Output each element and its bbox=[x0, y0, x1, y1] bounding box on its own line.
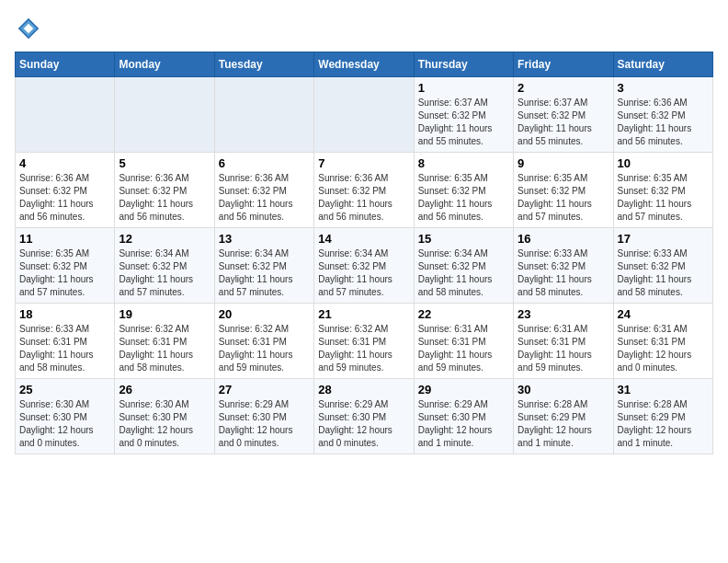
day-number: 11 bbox=[19, 232, 110, 246]
day-number: 18 bbox=[19, 307, 110, 321]
calendar-cell: 9Sunrise: 6:35 AM Sunset: 6:32 PM Daylig… bbox=[514, 153, 613, 228]
calendar-cell: 18Sunrise: 6:33 AM Sunset: 6:31 PM Dayli… bbox=[16, 304, 115, 379]
calendar-cell: 28Sunrise: 6:29 AM Sunset: 6:30 PM Dayli… bbox=[314, 379, 414, 454]
calendar-cell: 30Sunrise: 6:28 AM Sunset: 6:29 PM Dayli… bbox=[514, 379, 613, 454]
day-number: 28 bbox=[318, 383, 409, 396]
day-info: Sunrise: 6:29 AM Sunset: 6:30 PM Dayligh… bbox=[318, 398, 409, 450]
day-number: 23 bbox=[518, 307, 609, 321]
day-info: Sunrise: 6:36 AM Sunset: 6:32 PM Dayligh… bbox=[219, 172, 310, 224]
header-day-thursday: Thursday bbox=[414, 52, 513, 77]
calendar-cell: 11Sunrise: 6:35 AM Sunset: 6:32 PM Dayli… bbox=[16, 228, 115, 304]
calendar-table: SundayMondayTuesdayWednesdayThursdayFrid… bbox=[15, 52, 713, 454]
day-info: Sunrise: 6:33 AM Sunset: 6:32 PM Dayligh… bbox=[618, 247, 709, 299]
day-number: 29 bbox=[418, 383, 509, 396]
header-day-monday: Monday bbox=[115, 52, 214, 77]
day-info: Sunrise: 6:34 AM Sunset: 6:32 PM Dayligh… bbox=[318, 247, 409, 299]
header-day-wednesday: Wednesday bbox=[314, 52, 414, 77]
calendar-cell: 16Sunrise: 6:33 AM Sunset: 6:32 PM Dayli… bbox=[514, 228, 613, 304]
day-info: Sunrise: 6:35 AM Sunset: 6:32 PM Dayligh… bbox=[618, 172, 709, 224]
calendar-cell bbox=[16, 77, 115, 153]
day-number: 24 bbox=[618, 307, 709, 321]
day-info: Sunrise: 6:31 AM Sunset: 6:31 PM Dayligh… bbox=[618, 323, 709, 374]
calendar-cell: 29Sunrise: 6:29 AM Sunset: 6:30 PM Dayli… bbox=[414, 379, 513, 454]
calendar-cell: 4Sunrise: 6:36 AM Sunset: 6:32 PM Daylig… bbox=[16, 153, 115, 228]
calendar-cell bbox=[115, 77, 214, 153]
calendar-week-row: 4Sunrise: 6:36 AM Sunset: 6:32 PM Daylig… bbox=[16, 153, 713, 228]
day-number: 13 bbox=[219, 232, 310, 246]
calendar-cell: 13Sunrise: 6:34 AM Sunset: 6:32 PM Dayli… bbox=[214, 228, 313, 304]
day-number: 14 bbox=[318, 232, 409, 246]
day-info: Sunrise: 6:32 AM Sunset: 6:31 PM Dayligh… bbox=[119, 323, 210, 374]
calendar-cell: 27Sunrise: 6:29 AM Sunset: 6:30 PM Dayli… bbox=[214, 379, 313, 454]
calendar-cell: 1Sunrise: 6:37 AM Sunset: 6:32 PM Daylig… bbox=[414, 77, 513, 153]
calendar-week-row: 1Sunrise: 6:37 AM Sunset: 6:32 PM Daylig… bbox=[16, 77, 713, 153]
header-day-saturday: Saturday bbox=[613, 52, 712, 77]
day-number: 5 bbox=[119, 156, 210, 170]
calendar-cell: 25Sunrise: 6:30 AM Sunset: 6:30 PM Dayli… bbox=[16, 379, 115, 454]
day-info: Sunrise: 6:36 AM Sunset: 6:32 PM Dayligh… bbox=[19, 172, 110, 224]
day-number: 21 bbox=[318, 307, 409, 321]
day-info: Sunrise: 6:34 AM Sunset: 6:32 PM Dayligh… bbox=[219, 247, 310, 299]
day-number: 25 bbox=[19, 383, 110, 396]
day-number: 10 bbox=[618, 156, 709, 170]
day-info: Sunrise: 6:36 AM Sunset: 6:32 PM Dayligh… bbox=[119, 172, 210, 224]
calendar-cell: 31Sunrise: 6:28 AM Sunset: 6:29 PM Dayli… bbox=[613, 379, 712, 454]
calendar-cell: 7Sunrise: 6:36 AM Sunset: 6:32 PM Daylig… bbox=[314, 153, 414, 228]
day-info: Sunrise: 6:29 AM Sunset: 6:30 PM Dayligh… bbox=[219, 398, 310, 450]
day-info: Sunrise: 6:30 AM Sunset: 6:30 PM Dayligh… bbox=[19, 398, 110, 450]
header-day-tuesday: Tuesday bbox=[214, 52, 313, 77]
day-info: Sunrise: 6:28 AM Sunset: 6:29 PM Dayligh… bbox=[518, 398, 609, 450]
day-number: 4 bbox=[19, 156, 110, 170]
day-number: 9 bbox=[518, 156, 609, 170]
day-info: Sunrise: 6:33 AM Sunset: 6:31 PM Dayligh… bbox=[19, 323, 110, 374]
day-info: Sunrise: 6:32 AM Sunset: 6:31 PM Dayligh… bbox=[219, 323, 310, 374]
day-number: 1 bbox=[418, 81, 509, 95]
day-info: Sunrise: 6:28 AM Sunset: 6:29 PM Dayligh… bbox=[618, 398, 709, 450]
calendar-cell: 8Sunrise: 6:35 AM Sunset: 6:32 PM Daylig… bbox=[414, 153, 513, 228]
calendar-cell: 10Sunrise: 6:35 AM Sunset: 6:32 PM Dayli… bbox=[613, 153, 712, 228]
day-info: Sunrise: 6:31 AM Sunset: 6:31 PM Dayligh… bbox=[418, 323, 509, 374]
day-number: 27 bbox=[219, 383, 310, 396]
day-info: Sunrise: 6:37 AM Sunset: 6:32 PM Dayligh… bbox=[518, 97, 609, 148]
header-day-sunday: Sunday bbox=[16, 52, 115, 77]
day-number: 16 bbox=[518, 232, 609, 246]
calendar-cell: 19Sunrise: 6:32 AM Sunset: 6:31 PM Dayli… bbox=[115, 304, 214, 379]
day-number: 31 bbox=[618, 383, 709, 396]
calendar-cell: 23Sunrise: 6:31 AM Sunset: 6:31 PM Dayli… bbox=[514, 304, 613, 379]
calendar-cell: 20Sunrise: 6:32 AM Sunset: 6:31 PM Dayli… bbox=[214, 304, 313, 379]
day-info: Sunrise: 6:35 AM Sunset: 6:32 PM Dayligh… bbox=[418, 172, 509, 224]
calendar-cell: 22Sunrise: 6:31 AM Sunset: 6:31 PM Dayli… bbox=[414, 304, 513, 379]
calendar-cell: 14Sunrise: 6:34 AM Sunset: 6:32 PM Dayli… bbox=[314, 228, 414, 304]
calendar-cell: 17Sunrise: 6:33 AM Sunset: 6:32 PM Dayli… bbox=[613, 228, 712, 304]
day-info: Sunrise: 6:29 AM Sunset: 6:30 PM Dayligh… bbox=[418, 398, 509, 450]
calendar-week-row: 18Sunrise: 6:33 AM Sunset: 6:31 PM Dayli… bbox=[16, 304, 713, 379]
header bbox=[15, 15, 713, 42]
calendar-cell: 24Sunrise: 6:31 AM Sunset: 6:31 PM Dayli… bbox=[613, 304, 712, 379]
day-info: Sunrise: 6:32 AM Sunset: 6:31 PM Dayligh… bbox=[318, 323, 409, 374]
day-info: Sunrise: 6:36 AM Sunset: 6:32 PM Dayligh… bbox=[618, 97, 709, 148]
calendar-cell: 5Sunrise: 6:36 AM Sunset: 6:32 PM Daylig… bbox=[115, 153, 214, 228]
calendar-cell: 6Sunrise: 6:36 AM Sunset: 6:32 PM Daylig… bbox=[214, 153, 313, 228]
day-number: 8 bbox=[418, 156, 509, 170]
calendar-cell: 21Sunrise: 6:32 AM Sunset: 6:31 PM Dayli… bbox=[314, 304, 414, 379]
day-number: 19 bbox=[119, 307, 210, 321]
day-number: 12 bbox=[119, 232, 210, 246]
day-info: Sunrise: 6:35 AM Sunset: 6:32 PM Dayligh… bbox=[19, 247, 110, 299]
day-info: Sunrise: 6:34 AM Sunset: 6:32 PM Dayligh… bbox=[418, 247, 509, 299]
calendar-cell: 12Sunrise: 6:34 AM Sunset: 6:32 PM Dayli… bbox=[115, 228, 214, 304]
calendar-week-row: 25Sunrise: 6:30 AM Sunset: 6:30 PM Dayli… bbox=[16, 379, 713, 454]
calendar-cell: 15Sunrise: 6:34 AM Sunset: 6:32 PM Dayli… bbox=[414, 228, 513, 304]
calendar-cell bbox=[214, 77, 313, 153]
day-number: 7 bbox=[318, 156, 409, 170]
calendar-cell bbox=[314, 77, 414, 153]
logo bbox=[15, 15, 46, 42]
day-info: Sunrise: 6:34 AM Sunset: 6:32 PM Dayligh… bbox=[119, 247, 210, 299]
day-number: 3 bbox=[618, 81, 709, 95]
day-number: 15 bbox=[418, 232, 509, 246]
calendar-cell: 26Sunrise: 6:30 AM Sunset: 6:30 PM Dayli… bbox=[115, 379, 214, 454]
day-info: Sunrise: 6:35 AM Sunset: 6:32 PM Dayligh… bbox=[518, 172, 609, 224]
day-info: Sunrise: 6:37 AM Sunset: 6:32 PM Dayligh… bbox=[418, 97, 509, 148]
calendar-cell: 2Sunrise: 6:37 AM Sunset: 6:32 PM Daylig… bbox=[514, 77, 613, 153]
day-number: 2 bbox=[518, 81, 609, 95]
day-info: Sunrise: 6:31 AM Sunset: 6:31 PM Dayligh… bbox=[518, 323, 609, 374]
